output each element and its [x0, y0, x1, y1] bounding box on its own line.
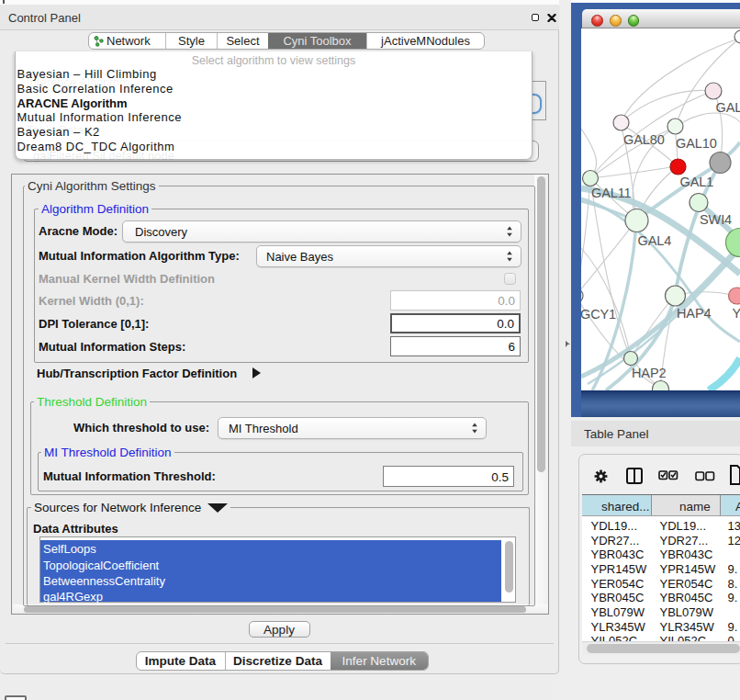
svg-text:GAL10: GAL10 — [676, 136, 717, 151]
svg-text:GCY1: GCY1 — [581, 307, 616, 322]
svg-text:SWI4: SWI4 — [700, 212, 732, 227]
svg-text:HAP4: HAP4 — [677, 306, 712, 321]
svg-text:Y: Y — [733, 306, 740, 321]
svg-text:GAL80: GAL80 — [623, 132, 665, 147]
svg-text:GAL1: GAL1 — [680, 175, 714, 189]
svg-text:GAL7: GAL7 — [716, 100, 740, 115]
svg-text:GAL4: GAL4 — [638, 233, 672, 248]
svg-text:GAL11: GAL11 — [591, 186, 632, 200]
svg-text:HAP2: HAP2 — [632, 366, 667, 380]
